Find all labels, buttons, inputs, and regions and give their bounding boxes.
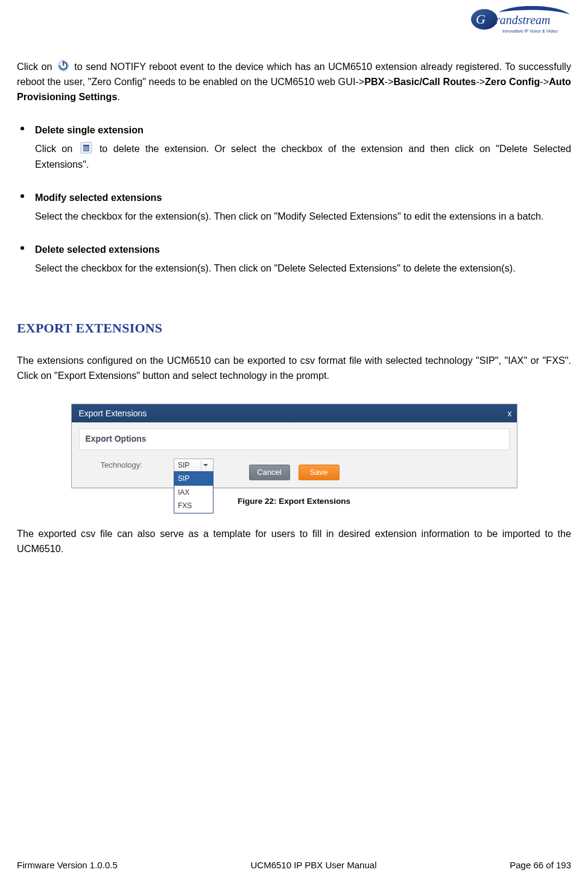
page-content: Click on to send NOTIFY reboot event to … — [17, 59, 571, 556]
export-dialog: Export Extensions x Export Options Techn… — [71, 404, 517, 488]
dialog-subtitle: Export Options — [79, 428, 510, 450]
footer-left: Firmware Version 1.0.0.5 — [17, 860, 118, 870]
close-icon[interactable]: x — [508, 407, 512, 421]
footer-right: Page 66 of 193 — [510, 860, 571, 870]
dialog-title-bar: Export Extensions x — [72, 404, 517, 422]
technology-dropdown[interactable]: SIP IAX FXS — [174, 471, 213, 513]
bullet-dot-icon — [21, 194, 24, 198]
page-footer: Firmware Version 1.0.0.5 UCM6510 IP PBX … — [17, 860, 571, 870]
bullet-modify-selected: Modify selected extensions Select the ch… — [17, 190, 571, 224]
bullet-delete-single-body: Click on to delete the extension. Or sel… — [35, 141, 571, 171]
reboot-pre: Click on — [17, 61, 52, 72]
brand-name-text: randstream — [495, 13, 550, 27]
dialog-button-row: Cancel Save — [79, 465, 510, 480]
save-button[interactable]: Save — [299, 465, 340, 480]
technology-select[interactable]: SIP SIP IAX FXS — [174, 459, 213, 472]
after-figure-paragraph: The exported csv file can also serve as … — [17, 526, 571, 556]
reboot-arrow3: -> — [540, 76, 549, 87]
reboot-pbx: PBX — [364, 76, 384, 87]
delete-single-post: to delete the extension. Or select the c… — [35, 143, 571, 169]
trash-icon — [80, 142, 92, 154]
section-heading-export: EXPORT EXTENSIONS — [17, 318, 571, 339]
bullet-modify-selected-body: Select the checkbox for the extension(s)… — [35, 209, 571, 224]
bullet-dot-icon — [21, 246, 24, 250]
reboot-arrow1: -> — [385, 76, 394, 87]
bullet-delete-selected-title: Delete selected extensions — [35, 242, 571, 257]
bullet-modify-selected-title: Modify selected extensions — [35, 190, 571, 205]
figure-export-extensions: Export Extensions x Export Options Techn… — [17, 404, 571, 508]
delete-single-pre: Click on — [35, 143, 72, 154]
chevron-down-icon — [201, 460, 210, 470]
brand-logo: G randstream Innovative IP Voice & Video — [469, 6, 571, 39]
reboot-paragraph: Click on to send NOTIFY reboot event to … — [17, 59, 571, 104]
dialog-form: Technology: SIP SIP IAX F — [72, 450, 517, 488]
reboot-basic: Basic/Call Routes — [393, 76, 476, 87]
svg-text:G: G — [476, 11, 485, 27]
figure-caption: Figure 22: Export Extensions — [238, 495, 350, 508]
cancel-button[interactable]: Cancel — [249, 465, 290, 480]
reboot-icon — [57, 60, 69, 72]
reboot-period: . — [117, 91, 120, 102]
bullet-delete-selected: Delete selected extensions Select the ch… — [17, 242, 571, 276]
technology-select-box[interactable]: SIP — [174, 459, 213, 472]
technology-option-sip[interactable]: SIP — [174, 472, 213, 486]
export-intro-paragraph: The extensions configured on the UCM6510… — [17, 353, 571, 383]
technology-selected-value: SIP — [178, 460, 189, 471]
bullet-delete-single: Delete single extension Click on to dele… — [17, 122, 571, 171]
technology-option-iax[interactable]: IAX — [174, 486, 213, 500]
technology-label: Technology: — [101, 459, 142, 471]
bullet-dot-icon — [21, 127, 24, 130]
footer-center: UCM6510 IP PBX User Manual — [251, 860, 377, 870]
brand-tagline-text: Innovative IP Voice & Video — [502, 28, 558, 34]
dialog-title-text: Export Extensions — [79, 407, 147, 421]
bullet-delete-selected-body: Select the checkbox for the extension(s)… — [35, 261, 571, 276]
reboot-zero: Zero Config — [485, 76, 540, 87]
bullet-delete-single-title: Delete single extension — [35, 122, 571, 138]
document-page: G randstream Innovative IP Voice & Video… — [0, 0, 588, 887]
technology-option-fxs[interactable]: FXS — [174, 499, 213, 513]
reboot-arrow2: -> — [476, 76, 485, 87]
